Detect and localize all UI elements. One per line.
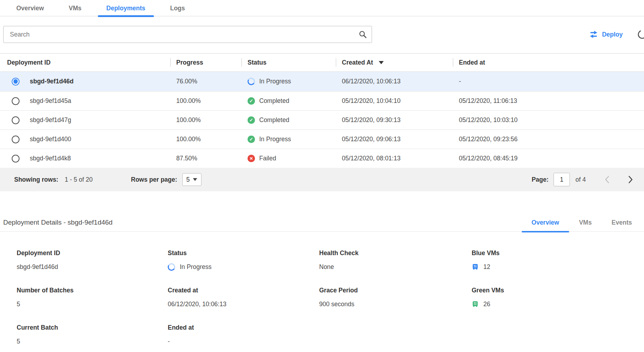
table-row[interactable]: sbgd-9ef1d4k8 87.50% Failed 05/12/2020, … (0, 149, 644, 168)
search-input[interactable] (3, 26, 372, 43)
sort-descending-icon[interactable] (379, 61, 384, 64)
status-label: Completed (259, 116, 289, 124)
status-completed-icon (248, 116, 255, 124)
field-green-vms: Green VMs 26 (472, 287, 644, 308)
field-blue-vms: Blue VMs 12 (472, 249, 644, 271)
deployment-id: sbgd-9ef1d47g (30, 116, 71, 124)
status-completed-icon (248, 136, 255, 143)
details-tab-vms[interactable]: VMs (569, 213, 602, 232)
field-deployment-id: Deployment ID sbgd-9ef1d46d (17, 249, 168, 271)
table-row[interactable]: sbgd-9ef1d45a 100.00% Completed 05/12/20… (0, 91, 644, 110)
row-radio-button[interactable] (12, 116, 20, 124)
row-radio-button[interactable] (12, 155, 20, 163)
table-header: Deployment ID Progress Status Created At… (0, 54, 644, 71)
details-header: Deployment Details - sbgd-9ef1d46d Overv… (0, 213, 644, 232)
field-health-check: Health Check None (319, 249, 472, 271)
deployment-id: sbgd-9ef1d45a (30, 97, 71, 105)
page-number-input[interactable] (554, 173, 570, 186)
ended-at-value: 05/12/2020, 10:03:10 (453, 116, 644, 124)
field-ended-at: Ended at - (168, 324, 319, 346)
deploy-button-label: Deploy (602, 31, 623, 38)
column-header-created-at[interactable]: Created At (336, 54, 453, 71)
vm-icon (472, 301, 479, 308)
column-header-status[interactable]: Status (242, 54, 336, 71)
status-in-progress-icon (247, 77, 256, 86)
tab-deployments[interactable]: Deployments (98, 0, 154, 16)
next-page-button[interactable] (628, 175, 633, 184)
table-row[interactable]: sbgd-9ef1d47g 100.00% Completed 05/12/20… (0, 110, 644, 130)
column-header-ended-at[interactable]: Ended at (453, 54, 644, 71)
deployment-id: sbgd-9ef1d4k8 (30, 155, 71, 162)
created-at-value: 06/12/2020, 10:06:13 (336, 78, 453, 85)
created-at-value: 05/12/2020, 10:04:10 (336, 97, 453, 105)
row-radio-button[interactable] (12, 136, 20, 143)
details-tab-overview[interactable]: Overview (522, 213, 569, 232)
details-tab-bar: Overview VMs Events (522, 213, 642, 232)
vm-icon (472, 263, 479, 270)
tab-overview[interactable]: Overview (8, 0, 52, 16)
deployments-toolbar: Deploy (0, 16, 644, 46)
table-row[interactable]: sbgd-9ef1d46d 76.00% In Progress 06/12/2… (0, 71, 644, 91)
tab-vms[interactable]: VMs (60, 0, 90, 16)
field-created-at: Created at 06/12/2020, 10:06:13 (168, 287, 319, 308)
rows-per-page-select[interactable]: 5 (182, 173, 201, 186)
row-radio-button[interactable] (12, 97, 20, 105)
refresh-icon[interactable] (636, 28, 644, 41)
status-failed-icon (248, 155, 255, 162)
deployment-id: sbgd-9ef1d400 (30, 136, 71, 143)
field-number-of-batches: Number of Batches 5 (17, 287, 168, 308)
progress-value: 100.00% (170, 97, 242, 105)
progress-value: 87.50% (170, 155, 242, 162)
page-label: Page: (532, 176, 549, 183)
column-header-deployment-id[interactable]: Deployment ID (0, 54, 170, 71)
status-in-progress-icon (167, 262, 176, 271)
deploy-button[interactable]: Deploy (589, 31, 623, 38)
status-label: In Progress (259, 136, 291, 143)
previous-page-button[interactable] (604, 175, 610, 184)
details-tab-events[interactable]: Events (602, 213, 642, 232)
status-completed-icon (248, 97, 255, 105)
status-label: In Progress (259, 78, 291, 85)
column-header-progress[interactable]: Progress (170, 54, 242, 71)
row-radio-button[interactable] (12, 78, 20, 86)
ended-at-value: 05/12/2020, 08:45:19 (453, 155, 644, 162)
field-status: Status In Progress (168, 249, 319, 271)
progress-value: 100.00% (170, 116, 242, 124)
main-tab-bar: Overview VMs Deployments Logs (0, 0, 644, 16)
swap-arrows-icon (589, 31, 598, 38)
chevron-down-icon (193, 178, 197, 181)
showing-rows-label: Showing rows: (14, 176, 58, 183)
created-at-value: 05/12/2020, 09:30:13 (336, 116, 453, 124)
created-at-value: 05/12/2020, 08:01:13 (336, 155, 453, 162)
showing-rows-value: 1 - 5 of 20 (65, 176, 93, 183)
status-label: Completed (259, 97, 289, 105)
field-current-batch: Current Batch 5 (17, 324, 168, 346)
deployment-id: sbgd-9ef1d46d (30, 78, 74, 85)
field-grace-period: Grace Period 900 seconds (319, 287, 472, 308)
rows-per-page-label: Rows per page: (131, 176, 177, 183)
ended-at-value: - (453, 78, 644, 85)
tab-logs[interactable]: Logs (162, 0, 194, 16)
progress-value: 100.00% (170, 136, 242, 143)
created-at-value: 05/12/2020, 09:06:13 (336, 136, 453, 143)
table-row[interactable]: sbgd-9ef1d400 100.00% In Progress 05/12/… (0, 130, 644, 149)
ended-at-value: 05/12/2020, 11:06:13 (453, 97, 644, 105)
status-label: Failed (259, 155, 276, 162)
deployments-table: Deployment ID Progress Status Created At… (0, 53, 644, 191)
pagination-bar: Showing rows: 1 - 5 of 20 Rows per page:… (0, 168, 644, 191)
progress-value: 76.00% (170, 78, 242, 85)
page-total: of 4 (576, 176, 586, 183)
search-icon[interactable] (359, 30, 367, 39)
ended-at-value: 05/12/2020, 09:23:56 (453, 136, 644, 143)
details-overview-grid: Deployment ID sbgd-9ef1d46d Status In Pr… (0, 232, 644, 346)
details-title: Deployment Details - sbgd-9ef1d46d (3, 219, 112, 226)
